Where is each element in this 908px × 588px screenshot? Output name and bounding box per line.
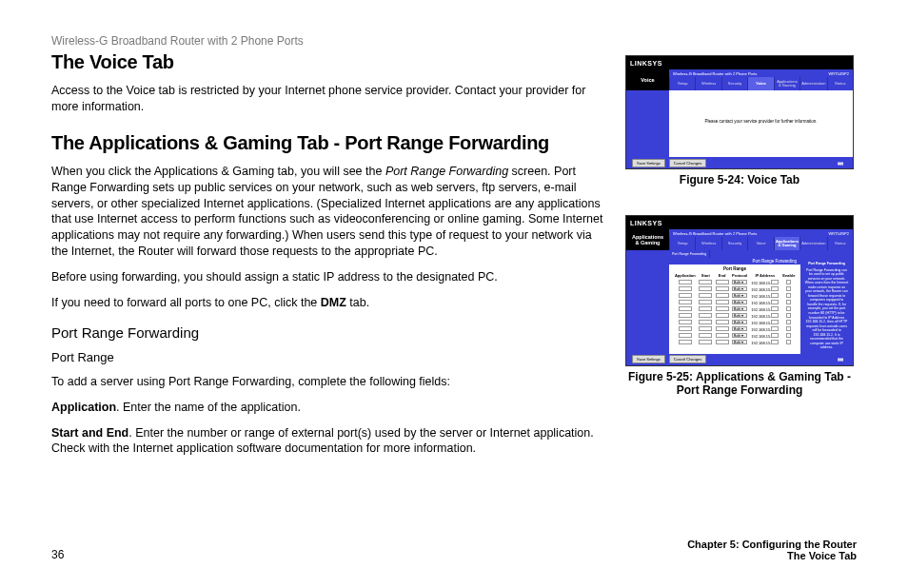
application-input[interactable] xyxy=(679,333,692,338)
secondary-tab[interactable]: Port Range Forwarding xyxy=(669,250,710,258)
start-input[interactable] xyxy=(699,293,712,298)
nav-tab[interactable]: Voice xyxy=(747,237,773,250)
ip-suffix-input[interactable] xyxy=(771,300,779,304)
end-input[interactable] xyxy=(716,293,729,298)
text-span-bold: Start and End xyxy=(51,426,128,440)
protocol-select[interactable]: Both ▾ xyxy=(732,280,747,284)
table-row: Both ▾192.168.15. xyxy=(673,292,797,299)
text-span: When you click the Applications & Gaming… xyxy=(51,165,385,178)
ip-suffix-input[interactable] xyxy=(771,280,779,284)
nav-tab[interactable]: Setup xyxy=(669,237,695,250)
protocol-select[interactable]: Both ▾ xyxy=(732,293,747,298)
ip-suffix-input[interactable] xyxy=(771,293,779,298)
enable-checkbox[interactable] xyxy=(786,320,791,324)
ip-suffix-input[interactable] xyxy=(771,306,779,311)
table-row: Both ▾192.168.15. xyxy=(673,285,797,292)
start-input[interactable] xyxy=(699,340,712,344)
end-input[interactable] xyxy=(716,320,729,324)
protocol-select[interactable]: Both ▾ xyxy=(732,340,747,344)
application-input[interactable] xyxy=(679,293,692,298)
application-input[interactable] xyxy=(679,326,692,331)
protocol-select[interactable]: Both ▾ xyxy=(732,300,747,304)
help-heading: Port Range Forwarding xyxy=(804,262,849,266)
column-header: IP Address xyxy=(749,272,781,279)
nav-tab[interactable]: Security xyxy=(721,237,747,250)
end-input[interactable] xyxy=(716,340,729,344)
protocol-select[interactable]: Both ▾ xyxy=(732,320,747,324)
nav-tab[interactable]: Setup xyxy=(669,77,695,90)
start-input[interactable] xyxy=(699,326,712,331)
cancel-changes-button[interactable]: Cancel Changes xyxy=(669,159,707,167)
port-range-forwarding-screenshot: LINKSYS Applications & Gaming Wireless-G… xyxy=(625,215,854,366)
text-span-bold: Application xyxy=(51,401,116,414)
cancel-changes-button[interactable]: Cancel Changes xyxy=(669,355,707,363)
start-input[interactable] xyxy=(699,280,712,284)
figure-5-25-caption: Figure 5-25: Applications & Gaming Tab -… xyxy=(622,370,857,397)
nav-tab[interactable]: Wireless xyxy=(695,237,720,250)
text-span: . Enter the name of the application. xyxy=(116,401,301,414)
start-input[interactable] xyxy=(699,313,712,318)
nav-tab[interactable]: Applications & Gaming xyxy=(774,237,799,250)
save-settings-button[interactable]: Save Settings xyxy=(632,355,665,363)
application-input[interactable] xyxy=(679,306,692,311)
ip-suffix-input[interactable] xyxy=(771,333,779,338)
panel-title: Port Range Forwarding xyxy=(669,258,800,265)
nav-tab[interactable]: Status xyxy=(827,237,853,250)
enable-checkbox[interactable] xyxy=(786,333,791,338)
application-input[interactable] xyxy=(679,340,692,344)
protocol-select[interactable]: Both ▾ xyxy=(732,306,747,311)
nav-tab[interactable]: Administration xyxy=(799,237,826,250)
protocol-select[interactable]: Both ▾ xyxy=(732,313,747,318)
ip-suffix-input[interactable] xyxy=(771,313,779,318)
application-input[interactable] xyxy=(679,313,692,318)
end-input[interactable] xyxy=(716,280,729,284)
ip-suffix-input[interactable] xyxy=(771,340,779,344)
enable-checkbox[interactable] xyxy=(786,326,791,331)
enable-checkbox[interactable] xyxy=(786,286,791,291)
subheading-port-range-forwarding: Port Range Forwarding xyxy=(51,324,603,341)
text-span: . Enter the number or range of external … xyxy=(51,426,594,456)
start-input[interactable] xyxy=(699,320,712,324)
figure-5-24: LINKSYS Voice Wireless-G Broadband Route… xyxy=(622,55,857,186)
end-input[interactable] xyxy=(716,326,729,331)
table-row: Both ▾192.168.15. xyxy=(673,305,797,312)
enable-checkbox[interactable] xyxy=(786,300,791,304)
linksys-logo: LINKSYS xyxy=(630,220,662,226)
protocol-select[interactable]: Both ▾ xyxy=(732,286,747,291)
figure-column: LINKSYS Voice Wireless-G Broadband Route… xyxy=(622,51,857,466)
enable-checkbox[interactable] xyxy=(786,293,791,298)
protocol-select[interactable]: Both ▾ xyxy=(732,326,747,331)
start-input[interactable] xyxy=(699,333,712,338)
application-field-paragraph: Application. Enter the name of the appli… xyxy=(51,400,603,416)
enable-checkbox[interactable] xyxy=(786,280,791,284)
nav-tab[interactable]: Voice xyxy=(747,77,773,90)
enable-checkbox[interactable] xyxy=(786,313,791,318)
start-input[interactable] xyxy=(699,286,712,291)
application-input[interactable] xyxy=(679,320,692,324)
model-label: WRT54GP2 xyxy=(829,71,850,76)
model-label: WRT54GP2 xyxy=(829,231,850,236)
enable-checkbox[interactable] xyxy=(786,340,791,344)
nav-tab[interactable]: Wireless xyxy=(695,77,720,90)
end-input[interactable] xyxy=(716,306,729,311)
application-input[interactable] xyxy=(679,280,692,284)
nav-tab[interactable]: Administration xyxy=(799,77,826,90)
nav-tab[interactable]: Applications & Gaming xyxy=(774,77,799,90)
chapter-line-1: Chapter 5: Configuring the Router xyxy=(687,539,857,550)
ip-suffix-input[interactable] xyxy=(771,286,779,291)
nav-tab[interactable]: Status xyxy=(827,77,853,90)
save-settings-button[interactable]: Save Settings xyxy=(632,159,665,167)
end-input[interactable] xyxy=(716,313,729,318)
end-input[interactable] xyxy=(716,333,729,338)
end-input[interactable] xyxy=(716,300,729,304)
enable-checkbox[interactable] xyxy=(786,306,791,311)
application-input[interactable] xyxy=(679,300,692,304)
start-input[interactable] xyxy=(699,300,712,304)
end-input[interactable] xyxy=(716,286,729,291)
nav-tab[interactable]: Security xyxy=(721,77,747,90)
protocol-select[interactable]: Both ▾ xyxy=(732,333,747,338)
application-input[interactable] xyxy=(679,286,692,291)
ip-suffix-input[interactable] xyxy=(771,320,779,324)
start-input[interactable] xyxy=(699,306,712,311)
ip-suffix-input[interactable] xyxy=(771,326,779,331)
